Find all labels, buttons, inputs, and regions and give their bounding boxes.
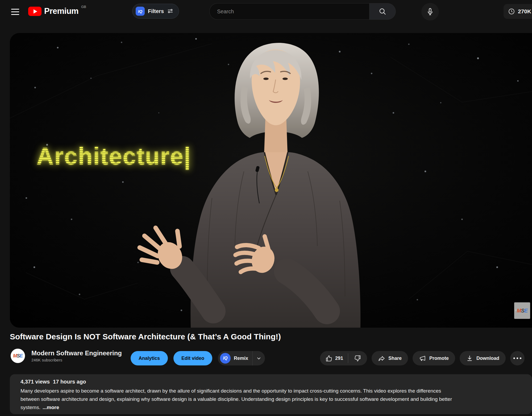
like-button[interactable]: 291 bbox=[320, 351, 348, 365]
channel-info: MSE Modern Software Engineering 246K sub… bbox=[11, 349, 122, 363]
video-title: Software Design Is NOT Software Architec… bbox=[10, 332, 510, 341]
upload-time: 17 hours ago bbox=[53, 379, 86, 385]
description-meta: 4,371 views 17 hours ago bbox=[20, 379, 521, 385]
view-count: 4,371 views bbox=[20, 379, 50, 385]
region-code: GB bbox=[81, 5, 86, 9]
dislike-button[interactable] bbox=[348, 351, 367, 365]
share-icon bbox=[378, 355, 385, 362]
chevron-down-icon bbox=[256, 355, 262, 361]
search-input[interactable] bbox=[209, 3, 369, 20]
description-body-text: Many developers aspire to become a softw… bbox=[20, 388, 452, 410]
iq-extension-icon: IQ bbox=[136, 7, 145, 16]
share-label: Share bbox=[388, 356, 402, 361]
video-actions: 291 Share Promote Download bbox=[320, 351, 525, 365]
remix-label: Remix bbox=[234, 356, 248, 361]
search-icon bbox=[379, 7, 386, 15]
owner-actions: Analytics Edit video IQ Remix bbox=[131, 351, 265, 365]
download-icon bbox=[466, 355, 473, 362]
youtube-premium-logo[interactable]: Premium GB bbox=[28, 5, 86, 17]
filters-button[interactable]: IQ Filters bbox=[132, 4, 179, 19]
avatar-letter-e: E bbox=[20, 353, 23, 359]
more-actions-button[interactable] bbox=[510, 351, 525, 365]
search-button[interactable] bbox=[369, 3, 396, 20]
description-text: Many developers aspire to become a softw… bbox=[20, 387, 521, 411]
filters-label: Filters bbox=[148, 8, 164, 14]
channel-watermark[interactable]: MSE bbox=[514, 302, 530, 319]
download-button[interactable]: Download bbox=[460, 351, 506, 365]
video-scene bbox=[10, 33, 532, 328]
menu-icon[interactable] bbox=[10, 6, 21, 17]
search-bar bbox=[209, 3, 396, 20]
brand-wordmark: Premium bbox=[44, 5, 78, 17]
watermark-letter-s: S bbox=[521, 308, 524, 314]
thumb-up-icon bbox=[325, 355, 332, 362]
promote-label: Promote bbox=[429, 356, 449, 361]
sliders-icon bbox=[167, 8, 173, 14]
watch-later-count: 270K bbox=[518, 8, 531, 15]
avatar-letter-s: S bbox=[17, 353, 20, 359]
video-player[interactable]: Architecture| MSE bbox=[10, 33, 532, 328]
three-dots-icon bbox=[513, 357, 515, 359]
channel-avatar[interactable]: MSE bbox=[11, 349, 25, 363]
download-label: Download bbox=[476, 356, 499, 361]
show-more-link[interactable]: ...more bbox=[43, 405, 59, 410]
edit-video-button[interactable]: Edit video bbox=[173, 351, 212, 365]
channel-name[interactable]: Modern Software Engineering bbox=[31, 349, 122, 357]
share-button[interactable]: Share bbox=[372, 351, 408, 365]
description-box[interactable]: 4,371 views 17 hours ago Many developers… bbox=[10, 374, 532, 414]
youtube-play-icon bbox=[28, 7, 41, 16]
remix-expand-button[interactable] bbox=[253, 351, 265, 365]
megaphone-icon bbox=[419, 355, 426, 362]
top-navigation-bar: Premium GB IQ Filters 270K bbox=[0, 0, 532, 23]
iq-extension-icon: IQ bbox=[220, 353, 231, 364]
thumb-down-icon bbox=[354, 355, 361, 362]
remix-button[interactable]: IQ Remix bbox=[218, 351, 265, 365]
like-count: 291 bbox=[335, 356, 343, 361]
video-caption-text: Architecture| bbox=[36, 143, 191, 170]
microphone-icon bbox=[426, 7, 434, 16]
avatar-letter-m: M bbox=[13, 353, 17, 359]
watermark-letter-e: E bbox=[524, 308, 527, 314]
analytics-button[interactable]: Analytics bbox=[131, 351, 168, 365]
watermark-letter-m: M bbox=[517, 308, 521, 314]
promote-button[interactable]: Promote bbox=[413, 351, 455, 365]
subscriber-count: 246K subscribers bbox=[31, 358, 122, 362]
like-dislike-group: 291 bbox=[320, 351, 367, 365]
clock-icon bbox=[508, 8, 515, 15]
voice-search-button[interactable] bbox=[421, 3, 439, 20]
watch-later-counter[interactable]: 270K bbox=[504, 4, 532, 19]
